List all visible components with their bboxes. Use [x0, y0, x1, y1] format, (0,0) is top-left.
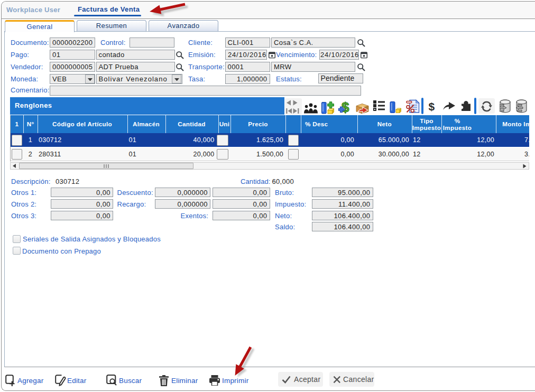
svg-text:$: $: [429, 100, 435, 113]
